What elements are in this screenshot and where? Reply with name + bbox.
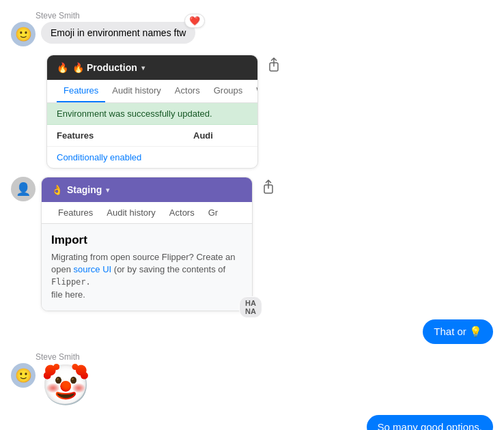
tab-features[interactable]: Features: [57, 80, 105, 102]
table-header: Features Audi: [47, 125, 257, 147]
production-dropdown-icon[interactable]: ▾: [141, 64, 145, 72]
message-group-1: Steve Smith 🙂 Emoji in environment names…: [0, 11, 504, 46]
share-button-production[interactable]: [264, 55, 284, 75]
tab-actors[interactable]: Actors: [168, 80, 207, 102]
message-group-staging: 👤 👌 Staging ▾ Features: [0, 177, 504, 311]
reaction-wrapper-1: Emoji in environment names ftw ❤️: [41, 22, 195, 44]
production-body: Environment was successfully updated. Fe…: [47, 103, 257, 168]
production-card: 🔥 🔥 Production ▾ Features Audit history …: [46, 55, 258, 169]
import-title: Import: [51, 233, 242, 247]
tab-groups[interactable]: Groups: [207, 80, 250, 102]
bubble-text-1: Emoji in environment names ftw: [41, 22, 195, 44]
staging-label: Staging: [67, 184, 102, 195]
avatar-steve-2: 🙂: [11, 363, 36, 388]
production-tabs: Features Audit history Actors Groups W: [47, 80, 257, 103]
tab-audit-history[interactable]: Audit history: [105, 80, 168, 102]
staging-tab-audit[interactable]: Audit history: [100, 202, 163, 223]
staging-card: 👌 Staging ▾ Features Audit history Actor…: [41, 177, 253, 311]
bubble-so-many: So many good options.: [367, 415, 493, 430]
message-group-right-1: That or 💡: [0, 319, 504, 344]
avatar-steve-1: 🙂: [11, 22, 36, 46]
staging-dropdown-icon[interactable]: ▾: [106, 186, 109, 194]
sender-name-clown: Steve Smith: [36, 352, 504, 362]
production-env-badge: 🔥 🔥 Production ▾: [57, 62, 145, 73]
source-ui-link[interactable]: source UI: [74, 264, 112, 274]
clown-emoji: 🤡: [41, 363, 90, 407]
staging-env-badge: 👌 Staging ▾: [51, 184, 109, 195]
staging-tabs: Features Audit history Actors Gr: [42, 202, 252, 224]
production-label: 🔥 Production: [72, 62, 137, 73]
import-text: Migrating from open source Flipper? Crea…: [51, 251, 242, 301]
success-banner: Environment was successfully updated.: [47, 103, 257, 125]
table-row-1: Conditionally enabled: [47, 147, 257, 168]
share-button-staging[interactable]: [258, 177, 279, 197]
col-audi-value: [193, 152, 248, 162]
production-header: 🔥 🔥 Production ▾: [47, 55, 257, 80]
conditionally-enabled[interactable]: Conditionally enabled: [57, 152, 141, 162]
reaction-heart[interactable]: ❤️: [184, 14, 205, 28]
col-audi-header: Audi: [193, 130, 248, 141]
message-group-right-2: So many good options.: [0, 415, 504, 430]
heart-emoji: ❤️: [189, 16, 200, 26]
ok-emoji: 👌: [51, 184, 63, 195]
bubble-that-or: That or 💡: [423, 319, 493, 344]
avatar-other-1: 👤: [11, 177, 36, 201]
staging-tab-actors[interactable]: Actors: [163, 202, 201, 223]
staging-header: 👌 Staging ▾: [42, 177, 252, 202]
col-features-header: Features: [57, 130, 193, 141]
staging-tab-features[interactable]: Features: [51, 202, 100, 223]
fire-emoji: 🔥: [57, 62, 68, 73]
import-section: Import Migrating from open source Flippe…: [42, 224, 252, 311]
haha-reaction: HANA: [239, 296, 262, 318]
sender-name-1: Steve Smith: [36, 11, 504, 20]
message-group-production: 🔥 🔥 Production ▾ Features Audit history …: [0, 55, 504, 169]
message-group-clown: Steve Smith 🙂 🤡: [0, 352, 504, 407]
staging-tab-gr[interactable]: Gr: [201, 202, 225, 223]
tab-w[interactable]: W: [249, 80, 258, 102]
